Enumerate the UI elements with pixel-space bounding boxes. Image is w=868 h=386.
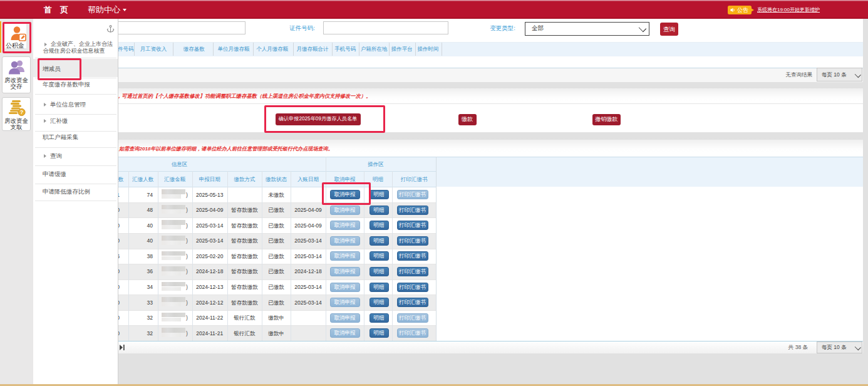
svg-text:?: ? (20, 109, 23, 115)
